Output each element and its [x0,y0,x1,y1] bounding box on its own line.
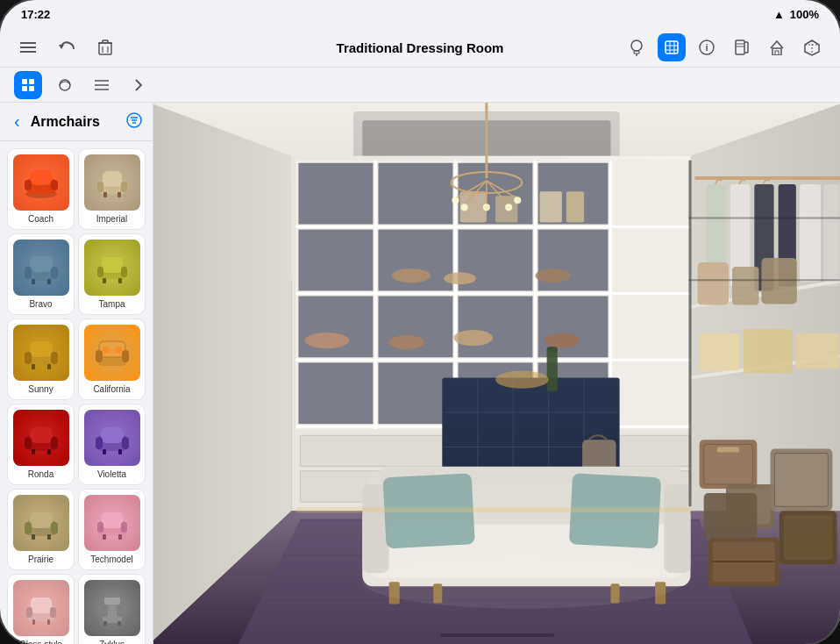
svg-rect-21 [736,40,744,54]
svg-rect-47 [51,180,58,190]
undo-button[interactable] [53,33,81,61]
svg-rect-240 [688,161,691,506]
furniture-item-ronda[interactable]: Ronda [7,404,75,485]
furniture-item-california[interactable]: California [78,318,146,400]
light-tool[interactable] [623,33,651,61]
svg-point-168 [392,268,431,283]
svg-marker-3 [59,45,64,49]
svg-point-183 [514,197,521,204]
app-title: Traditional Dressing Room [337,40,504,55]
back-button[interactable]: ‹ [11,108,24,135]
svg-rect-32 [29,79,34,84]
trash-button[interactable] [91,33,119,61]
chair-zyklus-img [84,580,140,636]
svg-point-169 [444,272,475,284]
furniture-label-violetta: Violetta [97,469,126,479]
furniture-item-gloss[interactable]: Gloss style [7,574,75,644]
svg-rect-156 [378,362,452,424]
furniture-item-prairie[interactable]: Prairie [7,489,75,570]
chevron-right-button[interactable] [125,71,153,99]
chair-coach-img [13,154,69,211]
list-view-button[interactable] [88,71,116,99]
main-content: ‹ Armchairs [0,103,840,644]
toolbar-right: i [623,33,826,61]
svg-point-244 [362,555,681,609]
furniture-label-techmodel: Techmodel [90,555,132,564]
svg-rect-97 [102,512,123,528]
furniture-item-tampa[interactable]: Tampa [78,233,146,315]
svg-rect-89 [118,449,122,454]
svg-point-182 [452,197,459,204]
svg-rect-58 [32,279,35,284]
svg-rect-107 [47,619,50,625]
svg-rect-50 [97,182,103,192]
svg-rect-57 [51,267,58,279]
ar-tool[interactable] [798,33,826,61]
svg-rect-105 [50,607,56,618]
svg-rect-83 [47,449,51,454]
panel-view-button[interactable] [14,71,42,99]
home-tool[interactable] [763,33,791,61]
battery-label: 100% [790,8,819,21]
ipad-frame: 17:22 ▲ 100% Traditional Dressing Room [0,0,840,644]
svg-rect-80 [25,437,32,449]
svg-rect-27 [772,48,781,55]
info-tool[interactable]: i [693,33,721,61]
svg-rect-98 [97,522,103,533]
furniture-item-imperial[interactable]: Imperial [78,148,146,230]
svg-rect-69 [51,352,58,364]
canvas-area[interactable] [153,103,840,644]
filter-icon[interactable] [126,112,142,132]
chair-gloss-img [13,580,69,636]
status-time: 17:22 [21,8,50,21]
svg-rect-52 [103,192,107,197]
status-right: ▲ 100% [773,8,819,21]
svg-rect-143 [298,163,373,225]
furniture-item-techmodel[interactable]: Techmodel [78,489,146,570]
wifi-icon: ▲ [773,8,785,21]
svg-rect-99 [121,522,127,533]
material-view-button[interactable] [51,71,79,99]
furniture-item-coach[interactable]: Coach [7,148,75,230]
svg-rect-103 [31,597,52,613]
svg-rect-211 [547,347,558,391]
svg-rect-155 [298,362,373,424]
svg-rect-87 [122,437,129,449]
furniture-item-bravo[interactable]: Bravo [7,233,75,315]
svg-rect-94 [32,534,35,540]
furniture-item-sunny[interactable]: Sunny [7,318,75,400]
svg-rect-59 [47,279,51,284]
furniture-item-zyklus[interactable]: Zyklus [78,574,146,644]
menu-button[interactable] [14,33,42,61]
furniture-grid: Coach Imperial [0,141,153,644]
svg-point-213 [495,370,549,388]
svg-point-170 [535,268,570,283]
svg-rect-104 [26,607,32,618]
furniture-label-zyklus: Zyklus [99,640,125,644]
svg-rect-112 [103,621,107,626]
svg-rect-67 [30,341,53,357]
svg-rect-243 [295,507,690,512]
svg-rect-234 [775,454,829,507]
svg-rect-220 [664,484,690,573]
furniture-label-tampa: Tampa [98,299,125,309]
svg-rect-79 [30,427,53,443]
svg-point-11 [631,40,642,51]
furniture-label-coach: Coach [28,214,53,224]
svg-rect-197 [698,262,729,305]
toolbar-left [14,33,119,61]
svg-rect-113 [117,621,121,626]
svg-rect-45 [30,169,53,185]
svg-rect-111 [104,597,120,605]
book-tool[interactable] [728,33,756,61]
svg-rect-68 [25,352,32,364]
objects-tool[interactable] [658,33,686,61]
svg-rect-202 [795,333,840,369]
svg-rect-88 [103,449,106,454]
furniture-label-california: California [93,384,130,394]
furniture-item-violetta[interactable]: Violetta [78,404,146,485]
toolbar-secondary [0,67,840,102]
svg-rect-239 [784,515,833,560]
furniture-label-bravo: Bravo [29,299,52,309]
chair-prairie-img [13,495,69,551]
